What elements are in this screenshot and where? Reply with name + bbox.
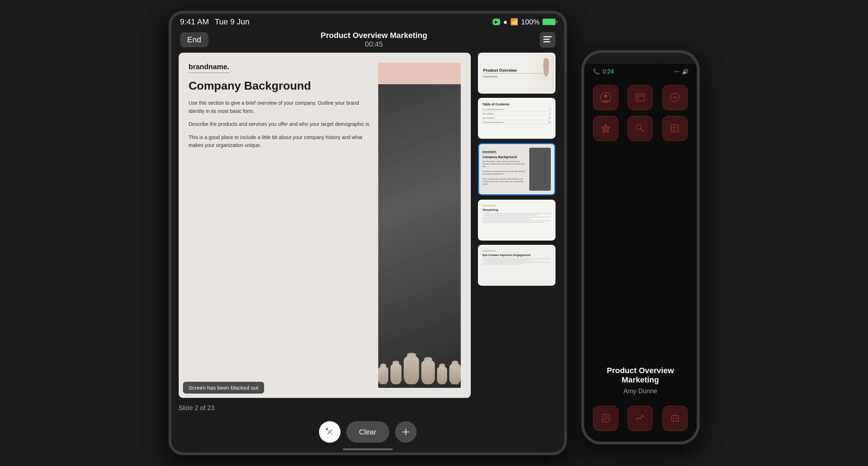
svg-point-5 bbox=[326, 428, 328, 430]
call-duration: 0:24 bbox=[603, 68, 614, 75]
main-content: brandname. Company Background Use this s… bbox=[172, 53, 564, 418]
header-center: Product Overview Marketing 00:45 bbox=[321, 31, 427, 48]
slide-2-preview: Table of Contents Company Background2 St… bbox=[479, 99, 554, 138]
text-line-a bbox=[483, 258, 551, 259]
clear-button[interactable]: Clear bbox=[346, 421, 389, 443]
pot-4 bbox=[421, 360, 435, 384]
slide-5-preview: brandname Eye Contact Improves Engagemen… bbox=[479, 246, 554, 285]
pot-5 bbox=[437, 366, 447, 384]
slide-1-subtitle: brandname. bbox=[483, 75, 550, 78]
annotation-toolbar: Clear bbox=[172, 418, 564, 448]
toc-row-1: Company Background2 bbox=[483, 108, 551, 111]
slide-paragraph-1: Use this section to give a brief overvie… bbox=[189, 99, 371, 115]
pen-tool-button[interactable] bbox=[319, 421, 341, 443]
presentation-timer: 00:45 bbox=[321, 40, 427, 48]
slide-thumb-5[interactable]: brandname Eye Contact Improves Engagemen… bbox=[478, 245, 555, 286]
svg-point-18 bbox=[636, 124, 641, 129]
ipad-screen: 9:41 AM Tue 9 Jun ▶ ● 📶 100% End Product… bbox=[172, 14, 564, 452]
svg-rect-20 bbox=[671, 125, 679, 132]
slide-paragraph-3: This is a good place to include a little… bbox=[189, 133, 371, 149]
slide-thumb-3[interactable]: brandname. Company Background Use this s… bbox=[478, 143, 555, 195]
app-icon-2[interactable] bbox=[628, 85, 653, 110]
slide-title: Company Background bbox=[189, 79, 371, 92]
slide-3-body: Use this section to give a brief overvie… bbox=[483, 160, 526, 185]
phone-icon: 📞 bbox=[593, 68, 600, 75]
slide-4-brand: brandname bbox=[483, 204, 551, 207]
slide-text-column: brandname. Company Background Use this s… bbox=[189, 63, 371, 388]
ipad-status-bar: 9:41 AM Tue 9 Jun ▶ ● 📶 100% bbox=[172, 14, 564, 28]
text-line-c bbox=[483, 262, 551, 263]
text-line-d bbox=[483, 263, 524, 265]
notes-button[interactable] bbox=[540, 32, 555, 48]
text-line-4 bbox=[483, 218, 530, 219]
ipad-device: 9:41 AM Tue 9 Jun ▶ ● 📶 100% End Product… bbox=[169, 11, 567, 455]
svg-rect-16 bbox=[637, 98, 639, 99]
iphone-audio-icon: 🔊 bbox=[682, 69, 688, 75]
svg-rect-2 bbox=[543, 41, 550, 42]
app-icon-4[interactable] bbox=[593, 116, 618, 141]
pot-6 bbox=[449, 363, 460, 384]
slide-content: brandname. Company Background Use this s… bbox=[179, 53, 471, 398]
screen-blacked-out-badge: Screen has been blacked out bbox=[183, 382, 264, 394]
slide-thumb-2[interactable]: Table of Contents Company Background2 St… bbox=[478, 98, 555, 139]
toc-title: Table of Contents bbox=[483, 103, 551, 106]
battery-icon bbox=[543, 19, 555, 25]
slide-image-column bbox=[378, 63, 461, 388]
slide-number: Slide 2 of 23 bbox=[179, 402, 471, 414]
app-icon-5[interactable] bbox=[628, 116, 653, 141]
slide-5-brand: brandname bbox=[483, 249, 551, 252]
slide-4-preview: brandname Storytelling bbox=[479, 201, 554, 239]
status-bar-right: ▶ ● 📶 100% bbox=[493, 18, 555, 26]
text-line-6 bbox=[483, 222, 544, 223]
iphone-app-icons-top bbox=[584, 78, 697, 355]
slide-paragraph-2: Describe the products and services you o… bbox=[189, 120, 371, 128]
toc-row-4: Company Background18 bbox=[483, 121, 551, 124]
slide-3-text: brandname. Company Background Use this s… bbox=[483, 148, 526, 191]
pot-3 bbox=[404, 356, 419, 384]
svg-point-13 bbox=[604, 94, 607, 98]
app-icon-1[interactable] bbox=[593, 85, 618, 110]
app-icon-7[interactable] bbox=[593, 406, 618, 431]
slide-5-lines bbox=[483, 258, 551, 265]
app-icon-3[interactable] bbox=[662, 85, 688, 110]
slide-3-image bbox=[529, 148, 551, 191]
iphone-host-name: Amy Dunne bbox=[593, 387, 688, 395]
pot-2 bbox=[390, 363, 402, 384]
text-line-b bbox=[483, 260, 534, 261]
text-line-2 bbox=[483, 215, 537, 216]
slide-4-title: Storytelling bbox=[483, 208, 551, 211]
text-line-1 bbox=[483, 213, 551, 214]
app-icon-8[interactable] bbox=[628, 406, 653, 431]
slide-thumb-4[interactable]: brandname Storytelling bbox=[478, 200, 555, 241]
svg-rect-14 bbox=[636, 94, 644, 101]
slide-thumb-1[interactable]: Product Overview brandname. bbox=[478, 53, 555, 94]
iphone-presentation-title: Product Overview Marketing bbox=[593, 366, 688, 385]
ceramic-pots-visual bbox=[378, 84, 461, 388]
svg-rect-1 bbox=[543, 39, 550, 40]
slide-4-lines bbox=[483, 213, 551, 223]
slide-3-preview: brandname. Company Background Use this s… bbox=[479, 144, 554, 194]
iphone-presentation-info: Product Overview Marketing Amy Dunne bbox=[584, 355, 697, 406]
battery-percentage: 100% bbox=[521, 18, 539, 26]
vase-icon bbox=[541, 57, 552, 78]
slide-body: Use this section to give a brief overvie… bbox=[189, 99, 371, 149]
text-line-3 bbox=[483, 217, 551, 218]
end-button[interactable]: End bbox=[180, 32, 208, 47]
iphone-screen: 📞 0:24 ⋯ 🔊 bbox=[584, 64, 697, 442]
laser-pointer-button[interactable] bbox=[395, 421, 417, 443]
app-icon-9[interactable] bbox=[662, 406, 688, 431]
call-info: 📞 0:24 bbox=[593, 68, 614, 75]
svg-rect-0 bbox=[543, 36, 552, 37]
app-icon-6[interactable] bbox=[662, 116, 688, 141]
svg-line-6 bbox=[328, 430, 332, 434]
presentation-title: Product Overview Marketing bbox=[321, 31, 427, 40]
slide-panel: Product Overview brandname. Table of Con… bbox=[478, 53, 557, 414]
iphone-notch bbox=[619, 53, 662, 64]
toc-row-3: Eye Contact14 bbox=[483, 117, 551, 120]
toc-row-2: Storytelling8 bbox=[483, 113, 551, 116]
status-bar-left: 9:41 AM Tue 9 Jun bbox=[180, 17, 250, 27]
slide-3-title: Company Background bbox=[483, 155, 526, 159]
iphone-status-icons: ⋯ 🔊 bbox=[674, 69, 688, 75]
iphone-ellipsis-icon: ⋯ bbox=[674, 69, 679, 75]
pot-1 bbox=[378, 366, 388, 384]
